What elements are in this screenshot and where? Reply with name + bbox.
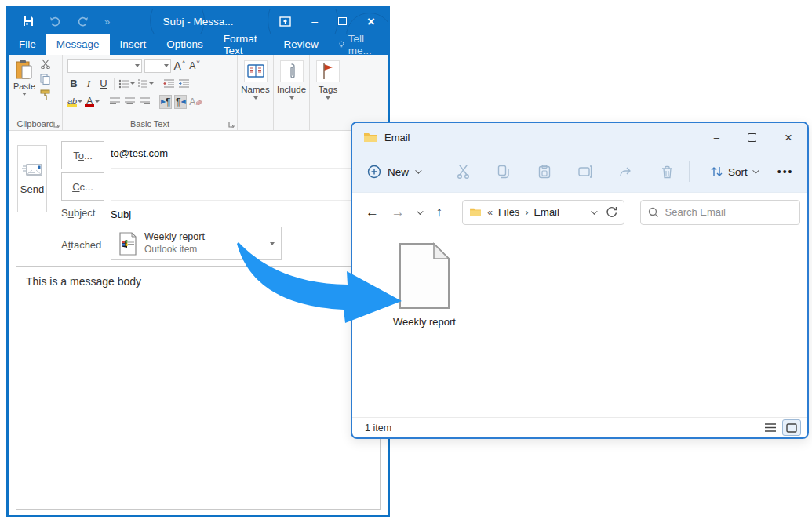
send-button[interactable]: Send <box>17 145 47 212</box>
copy-icon <box>497 165 510 179</box>
quick-access-overflow-icon[interactable]: » <box>104 16 110 27</box>
tab-format-text[interactable]: Format Text <box>213 34 274 55</box>
address-dropdown-icon[interactable] <box>591 208 597 214</box>
compose-header: Send To... to@test.com Cc... Subject Sub… <box>9 131 388 266</box>
maximize-button[interactable] <box>338 17 347 25</box>
cc-field[interactable] <box>111 171 384 201</box>
new-button[interactable]: New <box>367 165 420 179</box>
eraser-icon <box>196 99 202 105</box>
lightbulb-icon <box>339 39 344 50</box>
format-painter-icon[interactable] <box>40 89 51 100</box>
right-to-left-button[interactable]: ¶◀ <box>174 95 187 109</box>
tab-message[interactable]: Message <box>46 34 110 55</box>
folder-icon <box>363 132 377 143</box>
left-to-right-button[interactable]: ▶¶ <box>159 95 172 109</box>
recent-locations-icon[interactable] <box>417 208 423 214</box>
address-bar[interactable]: « Files › Email <box>462 200 624 225</box>
bold-button[interactable]: B <box>67 77 80 91</box>
minimize-button[interactable]: – <box>311 15 318 27</box>
cut-icon[interactable] <box>40 59 51 69</box>
font-color-button[interactable]: A <box>85 95 100 109</box>
forward-button[interactable]: → <box>389 205 407 220</box>
tab-options[interactable]: Options <box>156 34 213 55</box>
plus-circle-icon <box>367 165 381 179</box>
document-icon <box>399 242 450 310</box>
up-button[interactable]: ↑ <box>430 205 448 220</box>
tags-dropdown-icon <box>326 96 330 100</box>
highlight-button[interactable]: ab <box>67 95 82 109</box>
bullets-button[interactable] <box>118 77 135 91</box>
file-item[interactable]: Weekly report <box>374 242 475 328</box>
save-icon[interactable] <box>23 16 34 27</box>
clipboard-dialog-launcher-icon[interactable] <box>53 122 60 128</box>
basic-text-dialog-launcher-icon[interactable] <box>228 122 235 128</box>
highlight-color-swatch <box>67 104 77 107</box>
tab-file[interactable]: File <box>9 34 46 55</box>
tab-review[interactable]: Review <box>274 34 329 55</box>
minimize-button[interactable]: – <box>714 132 719 143</box>
tab-tell-me[interactable]: Tell me... <box>329 34 388 55</box>
breadcrumb-files[interactable]: Files <box>498 206 519 218</box>
align-right-button[interactable] <box>138 95 151 109</box>
paperclip-icon <box>287 63 297 80</box>
paste-button[interactable] <box>524 165 565 179</box>
subject-field[interactable]: Subj <box>111 202 384 226</box>
grow-font-button[interactable]: A˄ <box>173 59 186 73</box>
large-thumbnails-view-button[interactable] <box>782 419 801 436</box>
back-button[interactable]: ← <box>363 205 381 220</box>
include-group[interactable]: Include <box>274 55 310 130</box>
new-dropdown-icon <box>415 167 421 173</box>
sort-button[interactable]: Sort <box>710 165 757 178</box>
font-name-combobox[interactable] <box>67 59 142 73</box>
close-button[interactable]: × <box>785 131 792 144</box>
details-view-icon[interactable] <box>764 423 777 433</box>
outlook-titlebar: » Subj - Messa... – × <box>9 9 388 34</box>
send-envelope-icon <box>22 163 42 177</box>
increase-indent-button[interactable] <box>177 77 190 91</box>
see-more-button[interactable]: ••• <box>777 165 794 178</box>
paste-button[interactable]: Paste <box>11 58 38 116</box>
search-icon <box>648 207 659 218</box>
refresh-icon[interactable] <box>606 206 617 218</box>
copy-icon[interactable] <box>40 74 50 85</box>
align-center-button[interactable] <box>123 95 136 109</box>
decrease-indent-button[interactable] <box>162 77 175 91</box>
to-button[interactable]: To... <box>61 141 104 169</box>
ribbon-display-options-icon[interactable] <box>279 16 291 27</box>
italic-button[interactable]: I <box>82 77 95 91</box>
search-box[interactable] <box>640 200 800 225</box>
close-button[interactable]: × <box>367 15 375 28</box>
cut-button[interactable] <box>442 165 483 179</box>
attachment-dropdown-icon[interactable] <box>270 242 275 245</box>
undo-icon[interactable] <box>49 16 61 27</box>
names-group[interactable]: Names <box>238 55 274 130</box>
attached-label: Attached <box>61 239 101 251</box>
attachment-item[interactable]: Weekly report Outlook item <box>111 227 282 260</box>
cc-button[interactable]: Cc... <box>61 172 104 201</box>
maximize-button[interactable] <box>748 133 756 142</box>
font-size-combobox[interactable] <box>144 59 171 73</box>
to-field[interactable]: to@test.com <box>111 139 384 169</box>
redo-icon[interactable] <box>77 16 89 27</box>
folder-icon <box>469 207 482 217</box>
breadcrumb-collapsed-icon[interactable]: « <box>487 207 493 218</box>
shrink-font-button[interactable]: A˅ <box>188 59 201 73</box>
rename-button[interactable] <box>565 165 606 178</box>
numbering-button[interactable] <box>137 77 154 91</box>
trash-icon <box>661 165 673 179</box>
breadcrumb-email[interactable]: Email <box>533 206 559 218</box>
names-dropdown-icon <box>253 96 258 100</box>
share-button[interactable] <box>606 165 646 179</box>
search-input[interactable] <box>665 206 783 218</box>
align-left-button[interactable] <box>108 95 121 109</box>
underline-button[interactable]: U <box>97 77 110 91</box>
tags-group[interactable]: Tags <box>310 55 346 130</box>
copy-button[interactable] <box>483 165 524 179</box>
clear-formatting-button[interactable]: A <box>189 95 202 109</box>
message-body[interactable]: This is a message body <box>16 266 381 510</box>
font-dropdown-icon <box>135 64 140 67</box>
delete-button[interactable] <box>646 165 687 179</box>
outlook-item-icon <box>118 232 137 256</box>
increase-indent-icon <box>178 79 190 89</box>
tab-insert[interactable]: Insert <box>110 34 157 55</box>
